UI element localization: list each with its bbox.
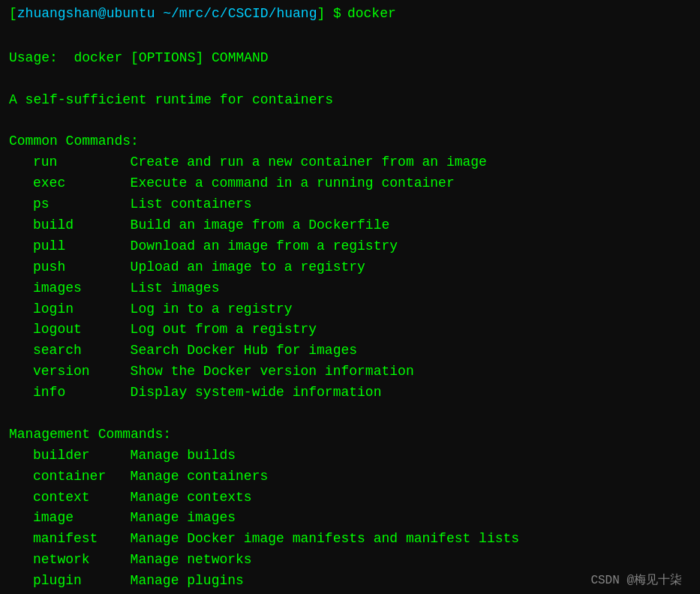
common-command-item: info Display system-wide information — [9, 382, 691, 404]
management-command-item: manifest Manage Docker image manifests a… — [9, 529, 691, 550]
user-path: zhuangshan@ubuntu ~/mrc/c/CSCID/huang — [17, 6, 317, 21]
tagline: A self-sufficient runtime for containers — [9, 90, 691, 111]
dollar-sign: $ — [333, 6, 341, 21]
management-command-item: context Manage contexts — [9, 488, 691, 508]
common-command-item: build Build an image from a Dockerfile — [9, 215, 691, 236]
management-command-item: image Manage images — [9, 508, 691, 529]
common-command-item: logout Log out from a registry — [9, 320, 691, 340]
watermark: CSDN @梅见十柒 — [590, 572, 682, 588]
management-command-item: container Manage containers — [9, 466, 691, 488]
common-command-item: images List images — [9, 278, 691, 299]
usage-line: Usage: docker [OPTIONS] COMMAND — [9, 48, 691, 69]
common-command-item: push Upload an image to a registry — [9, 257, 691, 278]
management-command-item: builder Manage builds — [9, 446, 691, 466]
docker-output: Usage: docker [OPTIONS] COMMAND A self-s… — [9, 27, 691, 592]
common-command-item: run Create and run a new container from … — [9, 152, 691, 173]
prompt-line: [ zhuangshan@ubuntu ~/mrc/c/CSCID/huang … — [9, 6, 691, 21]
management-commands-list: builder Manage buildscontainer Manage co… — [9, 446, 691, 592]
common-command-item: login Log in to a registry — [9, 299, 691, 320]
common-command-item: version Show the Docker version informat… — [9, 362, 691, 382]
typed-command: docker — [347, 6, 396, 21]
common-command-item: ps List containers — [9, 194, 691, 215]
management-command-item: network Manage networks — [9, 550, 691, 571]
bracket-close: ] — [317, 6, 325, 21]
common-command-item: exec Execute a command in a running cont… — [9, 173, 691, 194]
common-commands-header: Common Commands: — [9, 131, 691, 152]
management-command-item: plugin Manage plugins — [9, 571, 691, 592]
management-commands-header: Management Commands: — [9, 424, 691, 446]
common-command-item: pull Download an image from a registry — [9, 236, 691, 257]
bracket-open: [ — [9, 6, 17, 21]
common-commands-list: run Create and run a new container from … — [9, 152, 691, 404]
common-command-item: search Search Docker Hub for images — [9, 340, 691, 362]
terminal-container: [ zhuangshan@ubuntu ~/mrc/c/CSCID/huang … — [9, 6, 691, 594]
